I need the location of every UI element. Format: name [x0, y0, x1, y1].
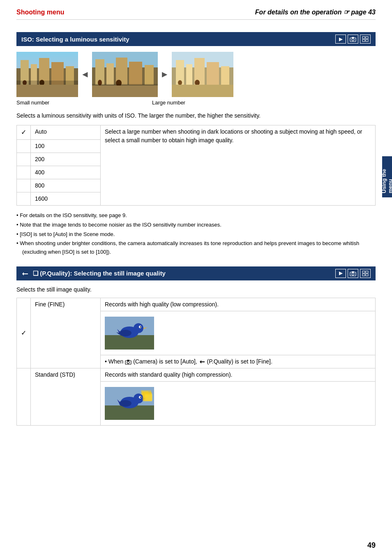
iso-section-header: ISO: Selecting a luminous sensitivity ▶ — [16, 32, 376, 46]
iso-400-value: 400 — [31, 166, 101, 179]
iso-description: Selects a luminous sensitivity with unit… — [16, 111, 376, 120]
svg-rect-50 — [362, 274, 365, 276]
fine-note: • When (Camera) is set to [Auto], (P.Qua… — [101, 355, 376, 368]
svg-point-41 — [195, 80, 200, 86]
svg-rect-42 — [172, 85, 233, 97]
fine-desc-text: Records with high quality (low compressi… — [101, 298, 376, 311]
pquality-intro: Selects the still image quality. — [16, 286, 376, 293]
svg-rect-23 — [106, 63, 114, 85]
iso-small-photo — [16, 52, 78, 97]
svg-point-59 — [119, 330, 131, 336]
page-number: 49 — [367, 541, 376, 550]
std-desc-text: Records with standard quality (high comp… — [101, 368, 376, 381]
iso-small-label: Small number — [16, 100, 80, 106]
iso-auto-value: Auto — [31, 125, 101, 140]
svg-point-75 — [140, 396, 141, 398]
note-1: • For details on the ISO sensitivity, se… — [16, 211, 376, 220]
iso-center-photo — [92, 52, 158, 97]
iso-1600-value: 1600 — [31, 192, 101, 206]
std-quality-photo — [105, 387, 154, 420]
std-bird-image — [101, 381, 376, 425]
iso-large-photo — [172, 52, 233, 97]
pquality-section-header: ❑ (P.Quality): Selecting the still image… — [16, 266, 376, 280]
svg-point-72 — [134, 394, 143, 403]
svg-point-58 — [140, 326, 141, 327]
svg-point-55 — [134, 323, 143, 333]
note-3: • [ISO] is set to [Auto] in the Scene mo… — [16, 230, 376, 239]
svg-marker-43 — [22, 272, 28, 276]
section-title-left: Shooting menu — [16, 9, 64, 16]
fine-bird-image — [101, 311, 376, 355]
fine-value: Fine (FINE) — [31, 298, 101, 368]
play-icon: ▶ — [335, 35, 346, 44]
svg-rect-47 — [352, 271, 354, 273]
svg-rect-18 — [16, 85, 78, 97]
svg-rect-5 — [362, 39, 365, 42]
arrow-right-icon: ► — [158, 69, 172, 80]
iso-800-check — [17, 179, 31, 192]
table-row: ✓ Auto Select a large number when shooti… — [17, 125, 376, 140]
svg-rect-2 — [352, 37, 354, 38]
iso-notes: • For details on the ISO sensitivity, se… — [16, 211, 376, 257]
iso-large-label: Large number — [152, 100, 185, 106]
svg-rect-3 — [362, 37, 365, 39]
iso-auto-desc: Select a large number when shooting in d… — [101, 125, 376, 206]
iso-800-value: 800 — [31, 179, 101, 192]
iso-auto-check: ✓ — [17, 125, 31, 140]
svg-point-1 — [352, 39, 354, 41]
pquality-options-table: ✓ Fine (FINE) Records with high quality … — [16, 298, 376, 426]
pquality-section-title: ❑ (P.Quality): Selecting the still image… — [21, 270, 166, 277]
grid-icon — [360, 35, 371, 44]
iso-section-icons: ▶ — [335, 35, 371, 44]
iso-200-check — [17, 153, 31, 166]
svg-rect-64 — [127, 360, 129, 361]
iso-comparison-images: ◄ ► — [16, 52, 376, 97]
iso-100-value: 100 — [31, 140, 101, 153]
note-2: • Note that the image tends to become no… — [16, 221, 376, 229]
note-4: • When shooting under brighter condition… — [16, 239, 376, 257]
svg-rect-25 — [129, 62, 142, 85]
table-row: Standard (STD) Records with standard qua… — [17, 368, 376, 381]
svg-point-63 — [127, 361, 129, 364]
page-header: Shooting menu For details on the operati… — [16, 8, 376, 20]
iso-section-title: ISO: Selecting a luminous sensitivity — [21, 36, 129, 43]
iso-200-value: 200 — [31, 153, 101, 166]
iso-1600-check — [17, 192, 31, 206]
pquality-section-icons: ▶ — [335, 269, 371, 278]
svg-rect-49 — [366, 271, 368, 273]
sidebar-label: Using the menu — [382, 156, 392, 197]
iso-options-table: ✓ Auto Select a large number when shooti… — [16, 125, 376, 206]
iso-photo-labels: Small number Large number — [16, 100, 376, 106]
arrow-left-icon: ◄ — [78, 69, 92, 80]
svg-rect-4 — [366, 37, 368, 39]
svg-rect-30 — [92, 86, 158, 97]
svg-rect-6 — [366, 39, 368, 42]
svg-rect-79 — [145, 394, 152, 401]
camera-icon — [348, 35, 358, 44]
pquality-play-icon: ▶ — [335, 269, 346, 278]
iso-400-check — [17, 166, 31, 179]
section-title-right: For details on the operation ☞ page 43 — [255, 8, 376, 16]
svg-point-40 — [178, 80, 182, 85]
iso-100-check — [17, 140, 31, 153]
pquality-grid-icon — [360, 269, 371, 278]
fine-check-cell: ✓ — [17, 298, 31, 368]
svg-rect-26 — [145, 65, 154, 85]
svg-point-46 — [352, 273, 354, 276]
svg-point-76 — [119, 400, 131, 407]
std-check-cell — [17, 368, 31, 425]
svg-rect-51 — [366, 274, 368, 276]
svg-marker-65 — [200, 360, 205, 364]
pquality-camera-icon — [348, 269, 358, 278]
fine-quality-photo — [105, 317, 154, 350]
std-value: Standard (STD) — [31, 368, 101, 425]
svg-rect-48 — [362, 271, 365, 273]
table-row: ✓ Fine (FINE) Records with high quality … — [17, 298, 376, 311]
